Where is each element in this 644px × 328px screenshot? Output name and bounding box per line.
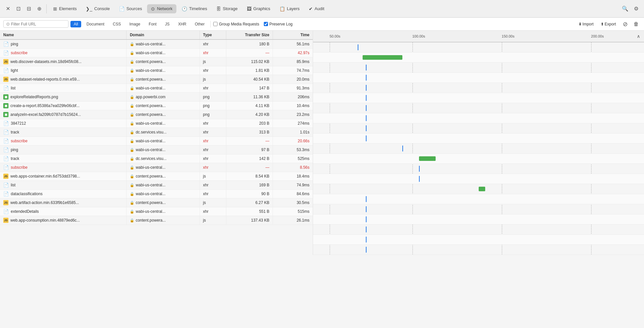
export-button[interactable]: ⬆ Export bbox=[598, 21, 619, 27]
timeline-bar-line bbox=[419, 166, 420, 172]
timeline-row[interactable] bbox=[313, 174, 644, 184]
tab-sources[interactable]: 📄 Sources bbox=[115, 4, 146, 13]
timeline-row[interactable] bbox=[313, 184, 644, 194]
timeline-row[interactable] bbox=[313, 194, 644, 204]
timeline-row[interactable] bbox=[313, 113, 644, 123]
filter-xhr-button[interactable]: XHR bbox=[175, 21, 189, 27]
timeline-row[interactable] bbox=[313, 42, 644, 53]
search-icon[interactable]: 🔍 bbox=[621, 4, 630, 13]
timeline-row[interactable] bbox=[313, 53, 644, 63]
col-header-time[interactable]: Time bbox=[273, 31, 313, 39]
domain-value: dc.services.visu... bbox=[136, 130, 167, 134]
table-row[interactable]: 📄 ping 🔒 wabi-us-central... xhr 180 B 56… bbox=[0, 39, 313, 49]
filter-other-button[interactable]: Other bbox=[191, 21, 208, 27]
timeline-row[interactable] bbox=[313, 83, 644, 93]
group-media-checkbox[interactable] bbox=[213, 22, 217, 26]
tab-elements[interactable]: ⊞ Elements bbox=[49, 4, 81, 13]
timeline-row[interactable] bbox=[313, 133, 644, 144]
timeline-row[interactable] bbox=[313, 235, 644, 245]
table-row[interactable]: 📄 3847212 🔒 wabi-us-central... xhr 203 B… bbox=[0, 119, 313, 128]
domain-value: wabi-us-central... bbox=[136, 139, 165, 143]
col-header-size[interactable]: Transfer Size bbox=[226, 31, 273, 39]
tab-graphics[interactable]: 🖼 Graphics bbox=[243, 4, 274, 13]
filter-input[interactable] bbox=[11, 22, 63, 26]
cell-size: 313 B bbox=[226, 128, 273, 137]
table-row[interactable]: 📄 subscribe 🔒 wabi-us-central... xhr — 8… bbox=[0, 163, 313, 172]
cell-type: xhr bbox=[200, 163, 226, 172]
table-row[interactable]: 📄 list 🔒 wabi-us-central... xhr 147 B 91… bbox=[0, 84, 313, 93]
preserve-log-checkbox[interactable] bbox=[264, 22, 268, 26]
table-row[interactable]: 📄 track 🔒 dc.services.visu... xhr 313 B … bbox=[0, 128, 313, 137]
timeline-row[interactable] bbox=[313, 204, 644, 214]
cell-domain: 🔒 wabi-us-central... bbox=[127, 146, 200, 154]
timeline-row[interactable] bbox=[313, 63, 644, 73]
timeline-row[interactable] bbox=[313, 225, 644, 235]
lock-icon: 🔒 bbox=[130, 69, 134, 73]
timeline-row[interactable] bbox=[313, 93, 644, 103]
split-icon[interactable]: ⊡ bbox=[14, 4, 23, 13]
table-row[interactable]: 📄 ping 🔒 wabi-us-central... xhr 97 B 53.… bbox=[0, 146, 313, 154]
col-header-domain[interactable]: Domain bbox=[127, 31, 200, 39]
table-row[interactable]: 📄 subscribe 🔒 wabi-us-central... xhr — 4… bbox=[0, 49, 313, 57]
network-icon: ⊙ bbox=[151, 6, 155, 11]
col-header-name[interactable]: Name bbox=[0, 31, 127, 39]
table-row[interactable]: JS web.dataset-related-reports.0.min.e59… bbox=[0, 75, 313, 84]
timeline-collapse-icon[interactable]: ∧ bbox=[634, 34, 643, 39]
timeline-bar-line bbox=[366, 135, 367, 141]
filter-image-button[interactable]: Image bbox=[126, 21, 143, 27]
timeline-row[interactable] bbox=[313, 144, 644, 154]
timeline-row[interactable] bbox=[313, 164, 644, 174]
table-row[interactable]: JS web.artifact-action.min.633f9b1e6585.… bbox=[0, 198, 313, 207]
console-icon: ❯_ bbox=[86, 6, 92, 11]
import-button[interactable]: ⬇ Import bbox=[576, 21, 596, 27]
timelines-icon: 🕐 bbox=[182, 6, 187, 11]
png-file-icon: ▣ bbox=[3, 103, 8, 108]
timeline-row[interactable] bbox=[313, 123, 644, 133]
col-header-type[interactable]: Type bbox=[200, 31, 226, 39]
table-row[interactable]: JS web.discover-datasets.min.18d945fc08.… bbox=[0, 57, 313, 66]
timeline-row[interactable] bbox=[313, 214, 644, 225]
filter-all-button[interactable]: All bbox=[70, 21, 81, 27]
tab-layers[interactable]: 📋 Layers bbox=[276, 4, 304, 13]
filter-document-button[interactable]: Document bbox=[83, 21, 108, 27]
filter-input-wrap[interactable]: ⊙ bbox=[3, 20, 68, 28]
row-name: web.discover-datasets.min.18d945fc08... bbox=[10, 59, 82, 64]
table-row[interactable]: JS web.apps-container.min.6d753dd3798...… bbox=[0, 172, 313, 181]
trash-icon[interactable]: 🗑 bbox=[632, 20, 641, 29]
cell-size: 169 B bbox=[226, 181, 273, 190]
tab-audit[interactable]: ✔ Audit bbox=[305, 4, 328, 13]
table-row[interactable]: JS web.app-consumption.min.48879ed6c... … bbox=[0, 216, 313, 225]
table-row[interactable]: ▣ analyzeIn-excel.fa209fc0787d7b15624...… bbox=[0, 110, 313, 119]
filter-font-button[interactable]: Font bbox=[145, 21, 160, 27]
timeline-row[interactable] bbox=[313, 73, 644, 83]
table-row[interactable]: 📄 dataclassifications 🔒 wabi-us-central.… bbox=[0, 190, 313, 198]
dock-icon[interactable]: ⊟ bbox=[24, 4, 33, 13]
filter-js-button[interactable]: JS bbox=[162, 21, 173, 27]
cell-type: xhr bbox=[200, 39, 226, 49]
tab-storage[interactable]: 🗄 Storage bbox=[212, 4, 242, 13]
table-row[interactable]: ▣ exploreRelatedReports.png 🔒 app.powerb… bbox=[0, 93, 313, 102]
lock-icon: 🔒 bbox=[130, 86, 134, 90]
close-icon[interactable]: ✕ bbox=[3, 4, 12, 13]
table-row[interactable]: ▣ create-a-report.85386a7ea029fe06cbf...… bbox=[0, 102, 313, 110]
timeline-row[interactable] bbox=[313, 103, 644, 113]
tab-network[interactable]: ⊙ Network bbox=[147, 4, 176, 13]
target-icon[interactable]: ⊕ bbox=[35, 4, 44, 13]
table-row[interactable]: 📄 track 🔒 dc.services.visu... xhr 142 B … bbox=[0, 154, 313, 163]
table-row[interactable]: 📄 list 🔒 wabi-us-central... xhr 169 B 74… bbox=[0, 181, 313, 190]
cell-size: 4.20 KB bbox=[226, 110, 273, 119]
import-label: Import bbox=[582, 22, 593, 26]
cell-time: 206ms bbox=[273, 93, 313, 102]
table-row[interactable]: 📄 extendedDetails 🔒 wabi-us-central... x… bbox=[0, 207, 313, 216]
timeline-row[interactable] bbox=[313, 154, 644, 164]
filter-css-button[interactable]: CSS bbox=[110, 21, 124, 27]
table-row[interactable]: 📄 light 🔒 wabi-us-central... xhr 1.81 KB… bbox=[0, 66, 313, 75]
clear-icon[interactable]: ⊘ bbox=[621, 20, 630, 29]
tab-timelines[interactable]: 🕐 Timelines bbox=[178, 4, 211, 13]
cell-type: xhr bbox=[200, 146, 226, 154]
tab-sources-label: Sources bbox=[127, 6, 142, 11]
tab-console[interactable]: ❯_ Console bbox=[82, 4, 114, 13]
table-row[interactable]: 📄 subscribe 🔒 wabi-us-central... xhr — 2… bbox=[0, 137, 313, 146]
settings-icon[interactable]: ⚙ bbox=[632, 4, 641, 13]
timeline-row[interactable] bbox=[313, 245, 644, 255]
